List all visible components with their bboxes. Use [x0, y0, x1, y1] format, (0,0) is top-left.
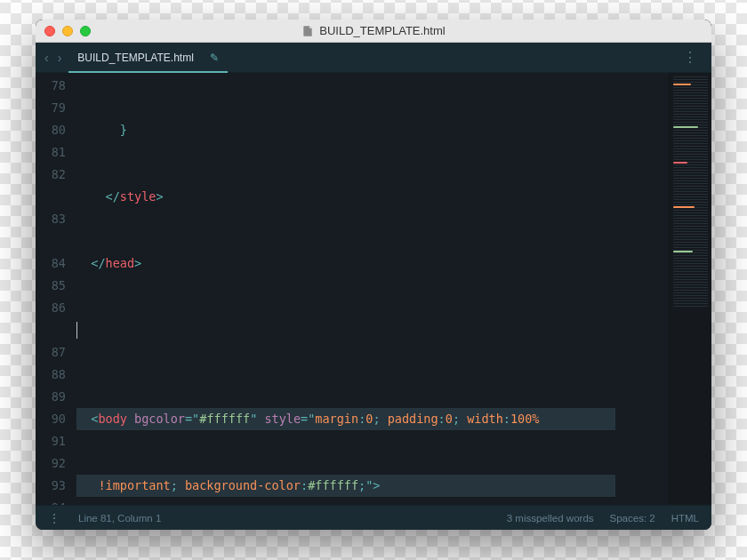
tab-overflow-button[interactable]: ⋮	[676, 49, 706, 66]
cursor-position[interactable]: Line 81, Column 1	[78, 513, 161, 524]
zoom-window-button[interactable]	[80, 26, 91, 36]
cursor-line	[76, 319, 669, 341]
file-icon	[301, 25, 314, 37]
nav-forward-button[interactable]: ›	[58, 51, 62, 65]
editor-window: BUILD_TEMPLATE.html ‹ › BUILD_TEMPLATE.h…	[36, 20, 711, 530]
traffic-lights	[44, 26, 91, 36]
tab-label: BUILD_TEMPLATE.html	[77, 52, 193, 64]
tab-bar: ‹ › BUILD_TEMPLATE.html ✎ ⋮	[36, 43, 711, 73]
language-mode[interactable]: HTML	[671, 513, 699, 524]
minimap[interactable]	[669, 73, 711, 505]
status-bar: ⋮ Line 81, Column 1 3 misspelled words S…	[36, 505, 711, 530]
indentation-status[interactable]: Spaces: 2	[610, 513, 655, 524]
close-window-button[interactable]	[44, 26, 55, 36]
dirty-indicator-icon: ✎	[210, 52, 219, 64]
code-editor[interactable]: } </style> </head> <body bgcolor="#fffff…	[73, 73, 669, 505]
spell-check-status[interactable]: 3 misspelled words	[507, 513, 594, 524]
titlebar: BUILD_TEMPLATE.html	[36, 20, 711, 43]
minimize-window-button[interactable]	[62, 26, 73, 36]
tab-build-template[interactable]: BUILD_TEMPLATE.html ✎	[68, 43, 227, 72]
nav-back-button[interactable]: ‹	[44, 51, 49, 65]
line-number-gutter: 7879808182 83 848586 8788899091929394959…	[36, 73, 73, 505]
window-title: BUILD_TEMPLATE.html	[319, 24, 445, 37]
status-menu-button[interactable]: ⋮	[48, 511, 62, 525]
editor-area: 7879808182 83 848586 8788899091929394959…	[36, 73, 711, 505]
